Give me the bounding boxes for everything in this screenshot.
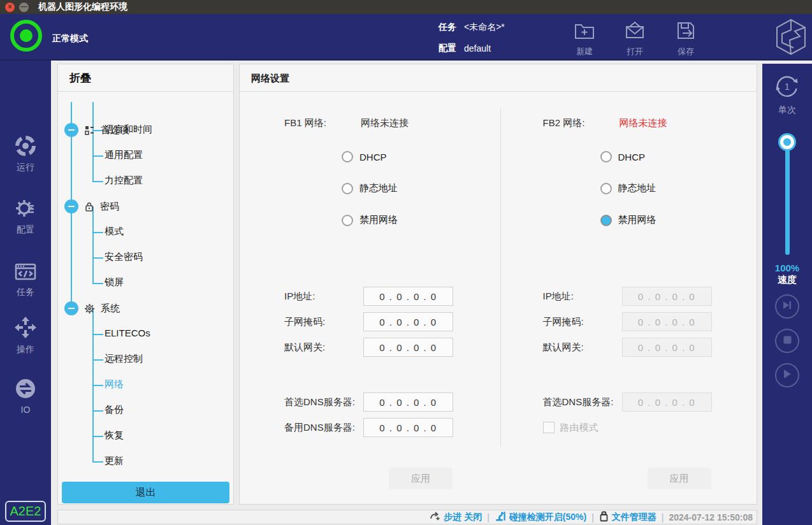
file-manager-button[interactable]: 文件管理器 bbox=[599, 511, 656, 524]
play-icon bbox=[783, 369, 792, 382]
speed-slider-handle[interactable] bbox=[780, 135, 794, 149]
radio-icon[interactable] bbox=[342, 183, 353, 194]
tree-item-backup[interactable]: 备份 bbox=[105, 404, 124, 416]
tree-item-mode[interactable]: 模式 bbox=[105, 226, 124, 238]
sidebar-item-label: 运行 bbox=[17, 162, 34, 173]
fb2-route-mode-row: 路由模式 bbox=[543, 418, 757, 437]
fb1-dns1-field[interactable]: 0 . 0 . 0 . 0 bbox=[363, 392, 453, 412]
system-gear-icon bbox=[84, 303, 95, 314]
radio-icon[interactable] bbox=[342, 151, 353, 162]
step-forward-button[interactable] bbox=[775, 294, 799, 319]
window-title: 机器人图形化编程环境 bbox=[38, 1, 127, 13]
tree-collapse-header: 折叠 bbox=[58, 64, 233, 92]
cycle-mode-button[interactable]: 1 单次 bbox=[762, 73, 812, 116]
open-task-button[interactable]: 打开 bbox=[616, 19, 654, 57]
tree-group-password[interactable]: 密码 bbox=[64, 199, 119, 213]
save-task-button[interactable]: 保存 bbox=[667, 19, 705, 57]
tree-body: 首选项 语言和时间 通用配置 力控配置 密码 模式 安全 bbox=[58, 92, 233, 504]
run-control-bar: 1 单次 100% 速度 bbox=[762, 64, 812, 525]
sidebar-item-label: 任务 bbox=[17, 287, 34, 298]
save-task-label: 保存 bbox=[678, 46, 694, 57]
tree-item-safety-password[interactable]: 安全密码 bbox=[105, 251, 143, 263]
sidebar-item-label: 操作 bbox=[17, 344, 34, 356]
config-label: 配置 bbox=[439, 43, 456, 54]
exit-button[interactable]: 退出 bbox=[62, 482, 229, 503]
fb2-radio-static[interactable]: 静态地址 bbox=[600, 182, 757, 194]
tree-item-network[interactable]: 网络 bbox=[105, 378, 124, 391]
open-file-icon bbox=[623, 19, 646, 44]
fb1-column: FB1 网络: 网络未连接 DHCP 静态地址 禁用网络 IP地址:0 . 0 … bbox=[240, 92, 498, 505]
robot-id-badge[interactable]: A2E2 bbox=[5, 501, 46, 522]
fb2-apply-button[interactable]: 应用 bbox=[648, 468, 711, 489]
speed-slider-track[interactable] bbox=[785, 139, 790, 255]
route-mode-checkbox bbox=[543, 422, 555, 433]
column-divider bbox=[500, 108, 501, 447]
system-datetime: 2024-07-12 15:50:08 bbox=[669, 512, 753, 522]
step-mode-toggle[interactable]: 步进 关闭 bbox=[430, 511, 482, 523]
radio-icon[interactable] bbox=[600, 183, 612, 194]
network-settings-panel: 网络设置 FB1 网络: 网络未连接 DHCP 静态地址 禁用网络 IP地址:0… bbox=[239, 64, 757, 505]
sidebar-item-task[interactable]: 任务 bbox=[0, 259, 51, 298]
new-task-button[interactable]: 新建 bbox=[565, 19, 604, 57]
fb1-gateway-label: 默认网关: bbox=[284, 342, 363, 354]
status-bar: 步进 关闭 | 碰撞检测开启(50%) | 文件管理器 | 2024-07-12… bbox=[57, 510, 757, 524]
brand-logo-icon bbox=[772, 17, 809, 59]
cycle-mode-label: 单次 bbox=[778, 104, 796, 116]
radio-icon[interactable] bbox=[600, 151, 612, 162]
tree-group-preferences[interactable]: 首选项 bbox=[64, 123, 129, 137]
fb1-ip-field[interactable]: 0 . 0 . 0 . 0 bbox=[363, 287, 453, 306]
new-task-label: 新建 bbox=[576, 46, 593, 57]
tree-item-update[interactable]: 更新 bbox=[105, 455, 124, 467]
tree-item-general-config[interactable]: 通用配置 bbox=[105, 149, 143, 161]
sidebar-item-operate[interactable]: 操作 bbox=[0, 315, 51, 356]
tree-item-recovery[interactable]: 恢复 bbox=[105, 429, 124, 442]
fb1-radio-dhcp[interactable]: DHCP bbox=[342, 151, 498, 162]
fb2-gateway-field: 0 . 0 . 0 . 0 bbox=[622, 338, 712, 357]
move-arrows-icon bbox=[13, 315, 38, 340]
stop-button[interactable] bbox=[775, 329, 799, 353]
fb1-apply-button[interactable]: 应用 bbox=[389, 468, 453, 489]
sidebar-item-io[interactable]: IO bbox=[0, 377, 51, 415]
collapse-toggle-icon[interactable] bbox=[64, 123, 78, 137]
fb1-dns2-label: 备用DNS服务器: bbox=[284, 422, 363, 434]
tree-group-label: 首选项 bbox=[101, 124, 129, 136]
tree-item-force-config[interactable]: 力控配置 bbox=[105, 175, 143, 187]
sidebar-item-config[interactable]: 配置 bbox=[0, 197, 51, 236]
gear-list-icon bbox=[14, 197, 37, 220]
window-minimize-button[interactable]: — bbox=[19, 3, 29, 12]
fb1-mask-label: 子网掩码: bbox=[284, 316, 363, 328]
code-window-icon bbox=[13, 259, 38, 282]
sidebar-item-run[interactable]: 运行 bbox=[0, 134, 51, 173]
fb1-network-label: FB1 网络: bbox=[284, 117, 361, 129]
fb1-mask-field[interactable]: 0 . 0 . 0 . 0 bbox=[363, 312, 453, 331]
fb2-radio-disable[interactable]: 禁用网络 bbox=[600, 214, 757, 226]
collision-detection-toggle[interactable]: 碰撞检测开启(50%) bbox=[495, 511, 586, 524]
tree-item-remote-control[interactable]: 远程控制 bbox=[105, 353, 143, 365]
radio-icon[interactable] bbox=[342, 215, 353, 226]
settings-tree-panel: 折叠 首选项 bbox=[57, 64, 234, 505]
fb2-ip-field: 0 . 0 . 0 . 0 bbox=[622, 287, 712, 306]
window-close-button[interactable]: × bbox=[5, 3, 15, 12]
left-nav: 运行 配置 任务 bbox=[0, 61, 51, 525]
new-file-icon bbox=[573, 19, 596, 44]
tree-item-elitecos[interactable]: ELITECOs bbox=[105, 327, 150, 338]
fb1-dns2-field[interactable]: 0 . 0 . 0 . 0 bbox=[363, 418, 453, 437]
tree-group-system[interactable]: 系统 bbox=[64, 301, 120, 315]
tree-item-lock-screen[interactable]: 锁屏 bbox=[105, 277, 124, 289]
skip-next-icon bbox=[782, 301, 792, 312]
play-button[interactable] bbox=[775, 363, 799, 387]
route-mode-label: 路由模式 bbox=[560, 422, 598, 434]
collapse-toggle-icon[interactable] bbox=[64, 199, 78, 213]
fb2-column: FB2 网络: 网络未连接 DHCP 静态地址 禁用网络 IP地址:0 . 0 … bbox=[498, 92, 757, 505]
fb1-radio-disable[interactable]: 禁用网络 bbox=[342, 214, 498, 226]
collapse-toggle-icon[interactable] bbox=[64, 301, 78, 315]
tree-group-label: 系统 bbox=[101, 303, 120, 315]
fb1-radio-group: DHCP 静态地址 禁用网络 bbox=[342, 151, 498, 226]
fb1-radio-static[interactable]: 静态地址 bbox=[342, 182, 498, 194]
radio-checked-icon[interactable] bbox=[600, 215, 612, 226]
io-arrows-icon bbox=[14, 377, 37, 400]
open-task-label: 打开 bbox=[627, 46, 643, 57]
task-label: 任务 bbox=[439, 22, 456, 33]
fb1-gateway-field[interactable]: 0 . 0 . 0 . 0 bbox=[363, 338, 453, 357]
fb2-radio-dhcp[interactable]: DHCP bbox=[600, 151, 757, 162]
